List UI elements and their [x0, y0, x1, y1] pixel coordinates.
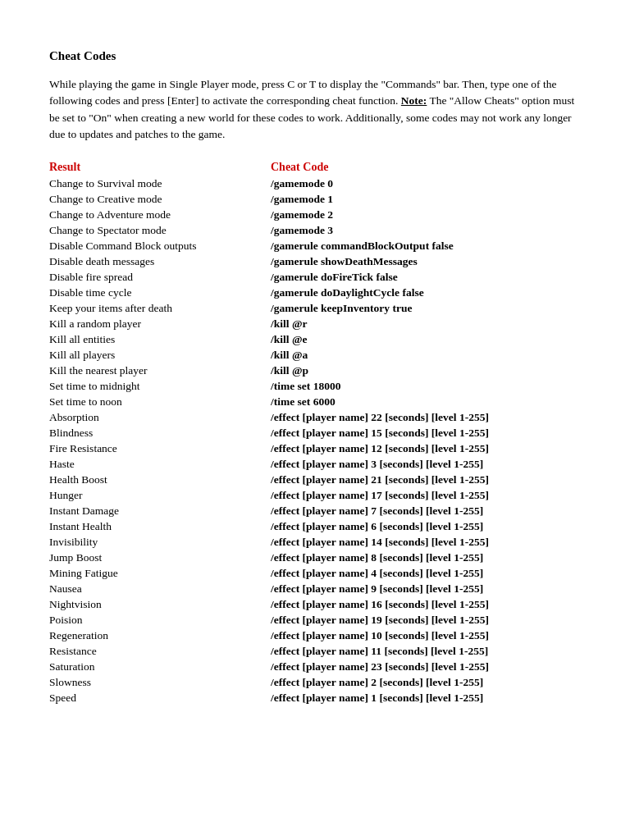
code-cell: /effect [player name] 16 [seconds] [leve…	[271, 596, 581, 612]
table-row: Hunger/effect [player name] 17 [seconds]…	[49, 487, 581, 503]
result-cell: Fire Resistance	[49, 441, 271, 456]
result-cell: Kill all players	[49, 347, 271, 363]
table-row: Health Boost/effect [player name] 21 [se…	[49, 472, 581, 487]
code-cell: /effect [player name] 21 [seconds] [leve…	[271, 472, 581, 487]
result-cell: Set time to noon	[49, 394, 271, 409]
code-cell: /time set 18000	[271, 378, 581, 394]
header-code: Cheat Code	[271, 159, 581, 176]
code-text: /kill @a	[271, 349, 308, 361]
table-row: Poision/effect [player name] 19 [seconds…	[49, 612, 581, 628]
result-cell: Haste	[49, 456, 271, 472]
table-row: Disable death messages/gamerule showDeat…	[49, 253, 581, 269]
code-cell: /gamerule commandBlockOutput false	[271, 238, 581, 253]
table-row: Disable Command Block outputs/gamerule c…	[49, 238, 581, 253]
code-cell: /gamerule doFireTick false	[271, 269, 581, 285]
table-row: Fire Resistance/effect [player name] 12 …	[49, 441, 581, 456]
table-row: Absorption/effect [player name] 22 [seco…	[49, 409, 581, 425]
code-text: /effect [player name] 8 [seconds] [level…	[271, 551, 483, 564]
result-cell: Change to Spectator mode	[49, 222, 271, 238]
result-cell: Saturation	[49, 659, 271, 674]
result-cell: Poision	[49, 612, 271, 628]
table-row: Blindness/effect [player name] 15 [secon…	[49, 425, 581, 441]
table-row: Set time to midnight/time set 18000	[49, 378, 581, 394]
result-cell: Jump Boost	[49, 550, 271, 565]
cheat-table: Result Cheat Code Change to Survival mod…	[49, 159, 581, 705]
code-text: /gamerule doFireTick false	[271, 271, 398, 283]
code-cell: /effect [player name] 2 [seconds] [level…	[271, 674, 581, 690]
code-text: /effect [player name] 3 [seconds] [level…	[271, 458, 483, 470]
result-cell: Absorption	[49, 409, 271, 425]
table-row: Haste/effect [player name] 3 [seconds] […	[49, 456, 581, 472]
code-cell: /kill @a	[271, 347, 581, 363]
code-text: /effect [player name] 21 [seconds] [leve…	[271, 473, 489, 486]
code-text: /effect [player name] 12 [seconds] [leve…	[271, 442, 489, 454]
code-cell: /effect [player name] 7 [seconds] [level…	[271, 503, 581, 518]
code-cell: /effect [player name] 4 [seconds] [level…	[271, 565, 581, 581]
table-row: Kill the nearest player/kill @p	[49, 363, 581, 378]
table-row: Instant Damage/effect [player name] 7 [s…	[49, 503, 581, 518]
result-cell: Resistance	[49, 643, 271, 659]
code-text: /effect [player name] 11 [seconds] [leve…	[271, 645, 488, 657]
code-cell: /gamerule keepInventory true	[271, 300, 581, 316]
result-cell: Change to Creative mode	[49, 191, 271, 207]
code-text: /effect [player name] 17 [seconds] [leve…	[271, 489, 489, 501]
table-row: Jump Boost/effect [player name] 8 [secon…	[49, 550, 581, 565]
result-cell: Invisibility	[49, 534, 271, 550]
result-cell: Regeneration	[49, 628, 271, 643]
result-cell: Health Boost	[49, 472, 271, 487]
code-text: /time set 6000	[271, 395, 336, 408]
code-cell: /effect [player name] 15 [seconds] [leve…	[271, 425, 581, 441]
result-cell: Nausea	[49, 581, 271, 596]
table-row: Disable fire spread/gamerule doFireTick …	[49, 269, 581, 285]
code-cell: /effect [player name] 17 [seconds] [leve…	[271, 487, 581, 503]
code-text: /effect [player name] 16 [seconds] [leve…	[271, 598, 489, 610]
code-text: /effect [player name] 22 [seconds] [leve…	[271, 411, 489, 423]
result-cell: Disable death messages	[49, 253, 271, 269]
table-row: Nightvision/effect [player name] 16 [sec…	[49, 596, 581, 612]
table-row: Change to Spectator mode/gamemode 3	[49, 222, 581, 238]
code-cell: /effect [player name] 8 [seconds] [level…	[271, 550, 581, 565]
table-row: Change to Survival mode/gamemode 0	[49, 176, 581, 191]
code-cell: /effect [player name] 1 [seconds] [level…	[271, 690, 581, 705]
intro-paragraph: While playing the game in Single Player …	[49, 76, 581, 143]
result-cell: Mining Fatigue	[49, 565, 271, 581]
code-text: /gamemode 1	[271, 193, 333, 205]
result-cell: Set time to midnight	[49, 378, 271, 394]
table-row: Change to Creative mode/gamemode 1	[49, 191, 581, 207]
result-cell: Blindness	[49, 425, 271, 441]
table-row: Keep your items after death/gamerule kee…	[49, 300, 581, 316]
code-cell: /effect [player name] 3 [seconds] [level…	[271, 456, 581, 472]
code-text: /kill @r	[271, 317, 307, 330]
result-cell: Instant Health	[49, 518, 271, 534]
code-cell: /effect [player name] 14 [seconds] [leve…	[271, 534, 581, 550]
code-text: /effect [player name] 2 [seconds] [level…	[271, 676, 483, 688]
code-cell: /gamerule showDeathMessages	[271, 253, 581, 269]
code-text: /effect [player name] 1 [seconds] [level…	[271, 692, 483, 704]
code-text: /gamerule keepInventory true	[271, 302, 412, 314]
code-cell: /effect [player name] 9 [seconds] [level…	[271, 581, 581, 596]
code-cell: /effect [player name] 10 [seconds] [leve…	[271, 628, 581, 643]
table-row: Instant Health/effect [player name] 6 [s…	[49, 518, 581, 534]
result-cell: Nightvision	[49, 596, 271, 612]
header-result: Result	[49, 159, 271, 176]
table-row: Kill a random player/kill @r	[49, 316, 581, 331]
code-text: /gamemode 2	[271, 208, 333, 221]
table-row: Set time to noon/time set 6000	[49, 394, 581, 409]
code-text: /effect [player name] 14 [seconds] [leve…	[271, 536, 489, 548]
page-title: Cheat Codes	[49, 49, 581, 63]
code-text: /gamerule doDaylightCycle false	[271, 286, 424, 299]
table-row: Kill all players/kill @a	[49, 347, 581, 363]
code-text: /effect [player name] 4 [seconds] [level…	[271, 567, 483, 579]
code-cell: /kill @p	[271, 363, 581, 378]
result-cell: Kill a random player	[49, 316, 271, 331]
table-row: Resistance/effect [player name] 11 [seco…	[49, 643, 581, 659]
result-cell: Change to Adventure mode	[49, 207, 271, 222]
result-cell: Change to Survival mode	[49, 176, 271, 191]
code-cell: /effect [player name] 23 [seconds] [leve…	[271, 659, 581, 674]
result-cell: Speed	[49, 690, 271, 705]
code-cell: /gamemode 3	[271, 222, 581, 238]
code-cell: /gamemode 0	[271, 176, 581, 191]
code-text: /effect [player name] 10 [seconds] [leve…	[271, 629, 489, 641]
code-text: /effect [player name] 7 [seconds] [level…	[271, 504, 483, 517]
result-cell: Instant Damage	[49, 503, 271, 518]
